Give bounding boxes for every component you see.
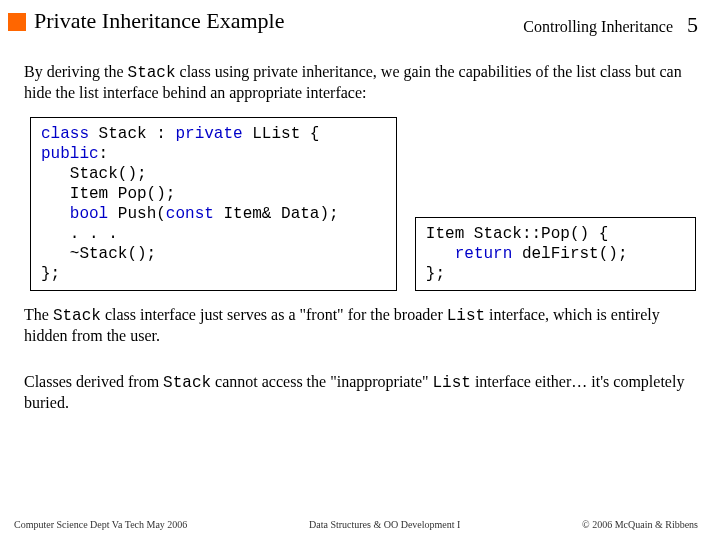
intro-paragraph: By deriving the Stack class using privat… [24,62,696,103]
text: Classes derived from [24,373,163,390]
code: Push( [108,205,166,223]
text: class interface just serves as a "front"… [101,306,447,323]
keyword: class [41,125,89,143]
keyword: private [175,125,242,143]
code [426,245,455,263]
keyword: bool [70,205,108,223]
code-inline: List [433,374,471,392]
section-label: Controlling Inheritance 5 [523,8,698,38]
code-block-stack-decl: class Stack : private LList { public: St… [30,117,397,291]
text: By deriving the [24,63,128,80]
slide-body: By deriving the Stack class using privat… [0,42,720,413]
code: }; [426,265,445,283]
code-inline: Stack [53,307,101,325]
slide-title: Private Inheritance Example [34,8,523,34]
code-inline: Stack [163,374,211,392]
keyword: const [166,205,214,223]
code-inline: List [447,307,485,325]
footer-left: Computer Science Dept Va Tech May 2006 [14,519,187,530]
slide-header: Private Inheritance Example Controlling … [0,0,720,42]
text: cannot access the "inappropriate" [211,373,432,390]
code: Stack : [89,125,175,143]
code-inline: Stack [128,64,176,82]
slide-footer: Computer Science Dept Va Tech May 2006 D… [0,519,720,530]
footer-center: Data Structures & OO Development I [187,519,582,530]
page-number: 5 [687,12,698,37]
code: Item Stack::Pop() { [426,225,608,243]
keyword: return [455,245,513,263]
code: ~Stack(); [41,245,156,263]
code: : [99,145,109,163]
keyword: public [41,145,99,163]
code-row: class Stack : private LList { public: St… [30,117,696,291]
code: . . . [41,225,118,243]
code: Stack(); [41,165,147,183]
code: LList { [243,125,320,143]
code: Item Pop(); [41,185,175,203]
section-name: Controlling Inheritance [523,18,673,35]
footer-right: © 2006 McQuain & Ribbens [582,519,698,530]
title-bullet-icon [8,13,26,31]
paragraph-buried: Classes derived from Stack cannot access… [24,372,696,413]
paragraph-front: The Stack class interface just serves as… [24,305,696,346]
code: }; [41,265,60,283]
code-block-pop-impl: Item Stack::Pop() { return delFirst(); }… [415,217,696,291]
code [41,205,70,223]
text: The [24,306,53,323]
code: delFirst(); [512,245,627,263]
code: Item& Data); [214,205,339,223]
